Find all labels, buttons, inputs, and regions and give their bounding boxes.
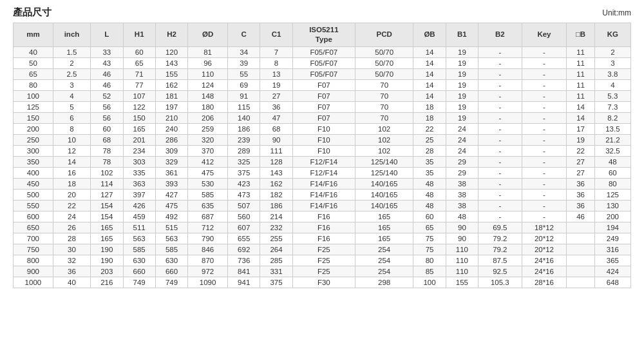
- unit-label: Unit:mm: [602, 8, 631, 17]
- table-cell: 81: [188, 46, 228, 57]
- table-cell: 635: [188, 200, 228, 211]
- table-cell: 8: [53, 123, 90, 134]
- table-cell: 107: [123, 90, 155, 101]
- table-cell: 14: [53, 156, 90, 167]
- table-cell: 56: [91, 101, 123, 112]
- table-cell: 70: [355, 90, 413, 101]
- table-row: 65026165511515712607232F16165659069.518*…: [14, 222, 631, 233]
- table-cell: 85: [413, 266, 446, 277]
- table-cell: 8: [260, 57, 292, 68]
- table-cell: 240: [155, 123, 187, 134]
- table-cell: 560: [228, 211, 260, 222]
- table-cell: 194: [594, 222, 630, 233]
- table-cell: 111: [260, 145, 292, 156]
- table-cell: 46: [91, 68, 123, 79]
- table-cell: 40: [53, 277, 90, 288]
- table-cell: 234: [123, 145, 155, 156]
- table-cell: -: [522, 178, 567, 189]
- table-cell: 14: [413, 90, 446, 101]
- table-cell: 507: [228, 200, 260, 211]
- table-cell: 870: [188, 255, 228, 266]
- table-cell: 300: [14, 145, 53, 156]
- table-cell: 11: [567, 68, 594, 79]
- table-cell: 7.3: [594, 101, 630, 112]
- table-cell: 303: [123, 156, 155, 167]
- table-cell: 12: [53, 145, 90, 156]
- table-cell: 5.3: [594, 90, 630, 101]
- table-cell: 80: [14, 79, 53, 90]
- col-inch: inch: [53, 23, 90, 47]
- table-cell: 75: [413, 244, 446, 255]
- table-cell: 48: [446, 211, 478, 222]
- table-cell: 110: [446, 255, 478, 266]
- table-cell: 29: [446, 156, 478, 167]
- table-cell: -: [522, 167, 567, 178]
- table-cell: 186: [260, 200, 292, 211]
- table-cell: 80: [413, 255, 446, 266]
- table-cell: -: [478, 46, 522, 57]
- table-row: 250106820128632023990F101022524--1921.2: [14, 134, 631, 145]
- table-cell: 124: [188, 79, 228, 90]
- table-cell: 660: [123, 266, 155, 277]
- table-cell: 18: [413, 112, 446, 123]
- table-cell: F05/F07: [292, 57, 355, 68]
- table-cell: 114: [91, 178, 123, 189]
- table-cell: 39: [228, 57, 260, 68]
- table-cell: 500: [14, 189, 53, 200]
- table-cell: 325: [228, 156, 260, 167]
- table-cell: 36: [53, 266, 90, 277]
- table-cell: -: [478, 112, 522, 123]
- table-cell: 350: [14, 156, 53, 167]
- table-cell: 125: [594, 189, 630, 200]
- table-cell: 38: [446, 189, 478, 200]
- table-cell: 511: [123, 222, 155, 233]
- table-cell: 91: [228, 90, 260, 101]
- table-cell: 11: [567, 46, 594, 57]
- table-cell: 316: [594, 244, 630, 255]
- table-cell: -: [478, 167, 522, 178]
- table-cell: 43: [91, 57, 123, 68]
- table-cell: 900: [14, 266, 53, 277]
- table-cell: 24*16: [522, 266, 567, 277]
- table-cell: -: [478, 145, 522, 156]
- table-cell: 692: [228, 244, 260, 255]
- table-cell: -: [522, 112, 567, 123]
- table-cell: 424: [594, 266, 630, 277]
- table-cell: -: [522, 57, 567, 68]
- table-cell: 140: [228, 112, 260, 123]
- table-cell: 102: [91, 167, 123, 178]
- table-cell: 255: [260, 233, 292, 244]
- table-cell: 750: [14, 244, 53, 255]
- table-cell: 259: [188, 123, 228, 134]
- table-cell: 264: [260, 244, 292, 255]
- table-cell: 33: [91, 46, 123, 57]
- table-row: 45018114363393530423162F14/F16140/165483…: [14, 178, 631, 189]
- table-cell: -: [522, 79, 567, 90]
- table-cell: 100: [14, 90, 53, 101]
- table-cell: 34: [228, 46, 260, 57]
- table-cell: 130: [594, 200, 630, 211]
- table-cell: 162: [155, 79, 187, 90]
- table-cell: 4: [53, 90, 90, 101]
- table-row: 502436514396398F05/F0750/701419--113: [14, 57, 631, 68]
- table-cell: 1090: [188, 277, 228, 288]
- table-cell: 127: [91, 189, 123, 200]
- table-cell: 214: [260, 211, 292, 222]
- table-cell: 254: [355, 244, 413, 255]
- table-cell: 125/140: [355, 156, 413, 167]
- table-cell: 154: [91, 211, 123, 222]
- table-cell: 5: [53, 101, 90, 112]
- table-cell: 687: [188, 211, 228, 222]
- table-cell: 50/70: [355, 57, 413, 68]
- table-cell: 60: [413, 211, 446, 222]
- table-cell: 660: [155, 266, 187, 277]
- table-cell: 70: [355, 101, 413, 112]
- table-cell: 87.5: [478, 255, 522, 266]
- table-cell: F14/F16: [292, 189, 355, 200]
- table-cell: 201: [123, 134, 155, 145]
- table-row: 50020127397427585473182F14/F16140/165483…: [14, 189, 631, 200]
- table-cell: 70: [355, 79, 413, 90]
- table-cell: F25: [292, 266, 355, 277]
- table-cell: 36: [567, 178, 594, 189]
- table-cell: -: [522, 156, 567, 167]
